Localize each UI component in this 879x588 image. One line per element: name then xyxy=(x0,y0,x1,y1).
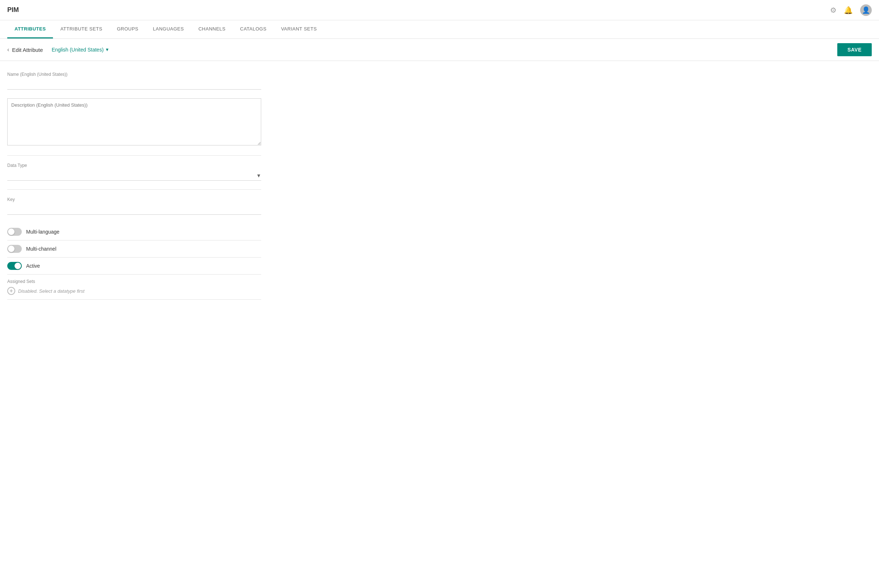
tab-channels[interactable]: CHANNELS xyxy=(191,20,233,39)
multi-language-label: Multi-language xyxy=(26,229,60,235)
description-input[interactable] xyxy=(7,98,261,146)
avatar[interactable]: 👤 xyxy=(860,4,872,16)
name-label: Name (English (United States)) xyxy=(7,72,261,77)
assigned-sets-row: + Disabled. Select a datatype first xyxy=(7,287,261,300)
multi-language-row: Multi-language xyxy=(7,224,261,240)
tab-variant-sets[interactable]: VARIANT SETS xyxy=(274,20,324,39)
tab-catalogs[interactable]: CATALOGS xyxy=(233,20,274,39)
active-row: Active xyxy=(7,258,261,274)
nav-tabs: ATTRIBUTES ATTRIBUTE SETS GROUPS LANGUAG… xyxy=(0,20,879,39)
assigned-sets-label: Assigned Sets xyxy=(7,279,261,284)
data-type-wrapper: ▼ xyxy=(7,170,261,181)
name-input[interactable] xyxy=(7,79,261,90)
language-selector[interactable]: English (United States) ▼ xyxy=(51,47,109,52)
name-field: Name (English (United States)) xyxy=(7,72,261,90)
breadcrumb-label: Edit Attribute xyxy=(12,47,43,53)
active-thumb xyxy=(15,262,21,269)
multi-language-toggle[interactable] xyxy=(7,228,22,236)
back-icon: ‹ xyxy=(7,46,9,52)
app-title: PIM xyxy=(7,6,19,14)
breadcrumb: ‹ Edit Attribute English (United States)… xyxy=(7,46,109,53)
bell-icon: 🔔 xyxy=(844,6,853,15)
tab-attributes[interactable]: ATTRIBUTES xyxy=(7,20,53,39)
top-bar-left: PIM xyxy=(7,6,19,14)
multi-channel-thumb xyxy=(8,246,15,252)
divider-1 xyxy=(7,155,261,156)
main-content: Name (English (United States)) Data Type… xyxy=(0,61,879,588)
multi-channel-row: Multi-channel xyxy=(7,240,261,258)
description-field xyxy=(7,98,261,147)
active-label: Active xyxy=(26,263,40,269)
notifications-button[interactable]: 🔔 xyxy=(844,6,853,15)
avatar-icon: 👤 xyxy=(862,6,870,14)
settings-icon: ⚙ xyxy=(830,6,837,15)
active-toggle[interactable] xyxy=(7,262,22,270)
form-section: Name (English (United States)) Data Type… xyxy=(7,72,261,300)
settings-button[interactable]: ⚙ xyxy=(830,6,837,15)
multi-channel-toggle[interactable] xyxy=(7,245,22,253)
data-type-field: Data Type ▼ xyxy=(7,163,261,181)
multi-language-thumb xyxy=(8,228,15,235)
divider-2 xyxy=(7,189,261,190)
data-type-select[interactable] xyxy=(7,170,261,181)
key-input[interactable] xyxy=(7,204,261,215)
multi-channel-track xyxy=(7,245,22,253)
multi-language-track xyxy=(7,228,22,236)
multi-channel-label: Multi-channel xyxy=(26,246,56,252)
back-button[interactable]: ‹ xyxy=(7,46,9,53)
top-bar: PIM ⚙ 🔔 👤 xyxy=(0,0,879,20)
key-label: Key xyxy=(7,197,261,202)
tab-groups[interactable]: GROUPS xyxy=(110,20,146,39)
action-bar: ‹ Edit Attribute English (United States)… xyxy=(0,39,879,61)
assigned-sets-section: Assigned Sets + Disabled. Select a datat… xyxy=(7,274,261,300)
language-dropdown-icon: ▼ xyxy=(105,47,110,52)
add-set-button[interactable]: + xyxy=(7,287,15,295)
tab-languages[interactable]: LANGUAGES xyxy=(146,20,191,39)
language-label: English (United States) xyxy=(51,47,104,52)
key-field: Key xyxy=(7,197,261,215)
save-button[interactable]: SAVE xyxy=(837,43,872,56)
tab-attribute-sets[interactable]: ATTRIBUTE SETS xyxy=(53,20,110,39)
top-bar-right: ⚙ 🔔 👤 xyxy=(830,4,872,16)
active-track xyxy=(7,262,22,270)
assigned-sets-disabled-text: Disabled. Select a datatype first xyxy=(18,288,84,294)
data-type-label: Data Type xyxy=(7,163,261,168)
